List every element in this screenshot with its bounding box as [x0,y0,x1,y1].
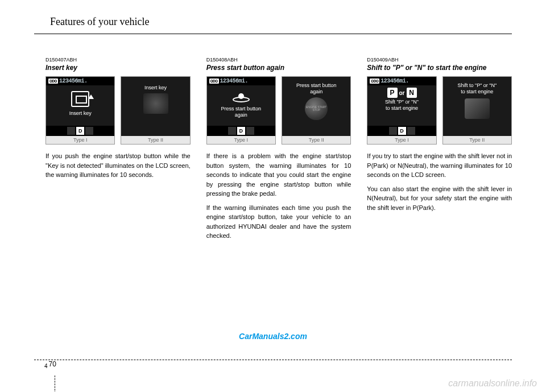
body-paragraph: You can also start the engine with the s… [367,184,512,213]
column-3: D150409ABH Shift to "P" or "N" to start … [367,57,512,245]
footer-rule [34,360,512,360]
type-label: Type II [443,136,511,144]
screen-message: Press start button [294,82,339,89]
screen-message: to start engine [458,89,495,95]
body-paragraph: If you try to start the engine with the … [367,151,512,180]
type-label: Type II [282,136,350,144]
column-1: D150407ABH Insert key ODO123456mi. Inser… [46,57,191,245]
content-columns: D150407ABH Insert key ODO123456mi. Inser… [0,34,546,245]
key-fob-icon [465,98,490,119]
column-2: D150408ABH Press start button again ODO1… [206,57,351,245]
p-box-icon: P [387,88,398,98]
type-label: Type I [46,136,114,144]
page-number-value: 70 [49,360,56,368]
section-title: Shift to "P" or "N" to start the engine [367,64,512,72]
odometer: ODO123456mi. [367,77,436,85]
body-paragraph: If there is a problem with the engine st… [206,151,351,199]
odo-value: 123456 [59,78,78,84]
display-type2: Press start button again ENGINE START ST… [282,76,351,145]
insert-key-icon [71,91,89,107]
gear-active: D [398,127,406,135]
gear-active: D [237,127,245,135]
screen-message: again [308,89,325,95]
odo-value: 123456 [380,78,399,84]
screen-message: again [233,112,250,118]
gear-indicator: D [207,126,275,136]
display-pair: ODO123456mi. P or N Shift "P" or "N" to … [367,76,512,145]
display-type2: Shift to "P" or "N" to start engine Type… [442,76,512,145]
screen-message: Insert key [142,85,169,91]
odo-unit: mi. [239,78,249,84]
display-pair: ODO123456mi. Insert key D Type I Insert … [46,76,191,145]
type-label: Type I [367,136,436,144]
body-paragraph: If you push the engine start/stop button… [46,151,191,180]
odo-unit: mi. [78,78,88,84]
section-number: 4 [44,363,48,369]
page-header: Features of your vehicle [0,0,546,34]
gear-indicator: D [367,126,436,136]
odo-label: ODO [48,79,58,84]
gear-indicator: D [46,126,114,136]
section-code: D150409ABH [367,57,512,63]
type-label: Type I [207,136,275,144]
watermark-carmanuals2: CarManuals2.com [0,332,546,341]
section-title: Press start button again [206,64,351,72]
key-slot-icon [143,93,168,114]
screen-message: Shift to "P" or "N" [455,82,499,89]
page-number: 470 [44,360,56,369]
screen-message: Shift "P" or "N" [383,99,421,105]
press-button-icon [233,91,250,102]
p-or-n-icon: P or N [387,88,417,98]
watermark-carmanualsonline: carmanualsonline.info [448,378,537,389]
type-label: Type II [121,136,189,144]
odo-value: 123456 [220,78,239,84]
odo-label: ODO [370,79,379,84]
display-type1: ODO123456mi. P or N Shift "P" or "N" to … [367,76,436,145]
binding-dash [55,376,55,392]
display-pair: ODO123456mi. Press start button again D … [206,76,351,145]
odometer: ODO123456mi. [46,77,114,85]
odo-label: ODO [209,79,219,84]
odo-unit: mi. [399,78,409,84]
screen-message: Insert key [67,110,94,117]
gear-active: D [76,127,84,135]
n-box-icon: N [407,88,417,98]
section-title: Insert key [46,64,191,72]
display-type1: ODO123456mi. Press start button again D … [206,76,276,145]
body-paragraph: If the warning illuminates each time you… [206,203,351,241]
screen-message: Press start button [219,106,264,112]
engine-start-button-icon: ENGINE START STOP [305,97,328,120]
screen-message: to start engine [383,105,420,112]
odometer: ODO123456mi. [207,77,275,85]
or-label: or [399,90,405,96]
display-type1: ODO123456mi. Insert key D Type I [46,76,115,145]
display-type2: Insert key Type II [121,76,190,145]
section-code: D150408ABH [206,57,351,63]
section-code: D150407ABH [46,57,191,63]
